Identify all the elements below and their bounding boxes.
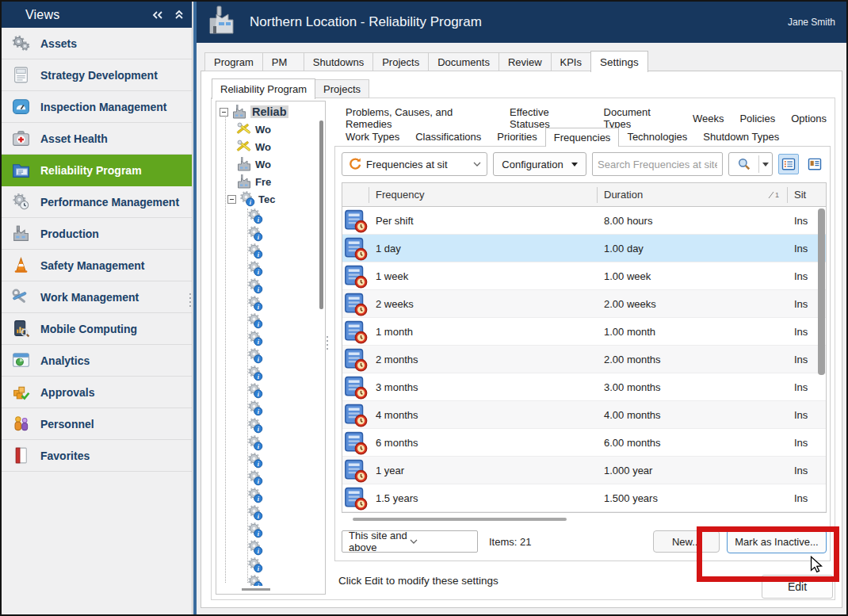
- column-header-frequency[interactable]: Frequency: [369, 187, 598, 203]
- settings-tab-work-types[interactable]: Work Types: [338, 128, 407, 145]
- sidebar-item-mobile-computing[interactable]: Mobile Computing: [2, 313, 192, 345]
- tree-node[interactable]: i: [246, 574, 319, 586]
- tree-node[interactable]: i: [246, 452, 319, 469]
- search-input[interactable]: [592, 152, 723, 176]
- column-header-duration[interactable]: Duration 1: [598, 187, 788, 203]
- tree-node[interactable]: i: [246, 277, 319, 295]
- sidebar-item-approvals[interactable]: Approvals: [2, 377, 192, 408]
- sidebar-item-work-management[interactable]: Work Management: [2, 281, 192, 313]
- settings-tab-options[interactable]: Options: [783, 109, 835, 127]
- collapse-all-icon[interactable]: [174, 10, 184, 20]
- tab-program[interactable]: Program: [204, 52, 262, 71]
- settings-tab-effective-statuses[interactable]: Effective Statuses: [502, 109, 595, 127]
- mark-as-inactive-button[interactable]: Mark as Inactive...: [727, 530, 827, 553]
- configuration-button[interactable]: Configuration: [493, 152, 586, 176]
- search-options-dropdown[interactable]: [759, 159, 772, 170]
- tree-horizontal-scrollbar[interactable]: [242, 588, 270, 591]
- collapse-expander-icon[interactable]: [227, 195, 236, 204]
- tree-node[interactable]: i: [246, 347, 319, 365]
- tree-node[interactable]: i: [246, 330, 319, 347]
- new-button[interactable]: New...: [653, 530, 720, 553]
- sidebar-drag-handle[interactable]: [188, 293, 192, 307]
- tree-node[interactable]: i: [246, 434, 319, 452]
- table-row[interactable]: 1 month1.00 monthIns: [342, 318, 826, 346]
- sidebar-item-inspection-management[interactable]: Inspection Management: [2, 91, 192, 123]
- tab-review[interactable]: Review: [498, 52, 551, 71]
- tab-kpis[interactable]: KPIs: [551, 52, 590, 71]
- tree-node[interactable]: Fre: [235, 173, 319, 190]
- tree-node[interactable]: i: [246, 225, 319, 243]
- table-row[interactable]: 1.5 years1.500 yearsIns: [342, 484, 826, 512]
- tree-node[interactable]: i: [246, 557, 319, 574]
- table-row-partial[interactable]: [342, 512, 826, 513]
- tab-shutdowns[interactable]: Shutdowns: [304, 52, 372, 71]
- sidebar-item-safety-management[interactable]: Safety Management: [2, 250, 192, 281]
- sidebar-item-reliability-program[interactable]: Reliability Program: [2, 155, 192, 186]
- tree-drag-handle[interactable]: [325, 336, 329, 350]
- tree-node[interactable]: i: [246, 522, 319, 539]
- collapse-expander-icon[interactable]: [220, 108, 228, 117]
- tab-documents[interactable]: Documents: [428, 52, 498, 71]
- tree-node[interactable]: Wo: [235, 155, 319, 173]
- table-row[interactable]: 4 months4.00 monthsIns: [342, 401, 826, 429]
- tree-vertical-scrollbar[interactable]: [319, 121, 323, 309]
- tab-settings[interactable]: Settings: [590, 51, 648, 72]
- tree-node[interactable]: i: [246, 365, 319, 382]
- subtab-reliability-program[interactable]: Reliability Program: [212, 78, 315, 99]
- sidebar-item-analytics[interactable]: Analytics: [2, 345, 192, 377]
- tree-node[interactable]: i: [246, 208, 319, 225]
- tree-node[interactable]: Wo: [235, 138, 319, 155]
- settings-tab-classifications[interactable]: Classifications: [407, 128, 489, 145]
- table-horizontal-scrollbar[interactable]: [342, 515, 827, 524]
- settings-tab-weeks[interactable]: Weeks: [685, 109, 732, 127]
- sidebar-item-performance-management[interactable]: Performance Management: [2, 186, 192, 218]
- table-row[interactable]: 6 months6.00 monthsIns: [342, 429, 826, 457]
- sidebar-item-favorites[interactable]: Favorites: [2, 440, 192, 472]
- table-row[interactable]: 1 week1.00 weekIns: [342, 262, 826, 290]
- table-row[interactable]: 1 day1.00 dayIns: [342, 235, 826, 262]
- tree-node[interactable]: iTec: [227, 190, 319, 208]
- sidebar-item-personnel[interactable]: Personnel: [2, 408, 192, 440]
- tree-node[interactable]: i: [246, 382, 319, 400]
- sidebar-item-assets[interactable]: Assets: [2, 28, 192, 59]
- scope-combo[interactable]: Frequencies at sit: [342, 152, 487, 176]
- settings-tab-frequencies[interactable]: Frequencies: [545, 128, 620, 147]
- tree-node[interactable]: i: [246, 400, 319, 417]
- tree-node[interactable]: i: [246, 504, 319, 522]
- settings-tab-policies[interactable]: Policies: [731, 109, 783, 127]
- sidebar-item-strategy-development[interactable]: Strategy Development: [2, 59, 192, 91]
- subtab-projects[interactable]: Projects: [315, 79, 369, 98]
- settings-tab-document-types[interactable]: Document Types: [596, 109, 685, 127]
- settings-tab-priorities[interactable]: Priorities: [489, 128, 545, 145]
- list-view-button[interactable]: [778, 154, 799, 174]
- tree-node[interactable]: Wo: [235, 121, 319, 138]
- tree-node[interactable]: i: [246, 417, 319, 434]
- settings-tab-technologies[interactable]: Technologies: [619, 128, 695, 145]
- tree-node[interactable]: i: [246, 295, 319, 312]
- tree-root-node[interactable]: Reliab: [220, 103, 319, 121]
- tree-node[interactable]: i: [246, 260, 319, 277]
- tree-node[interactable]: i: [246, 312, 319, 330]
- card-view-button[interactable]: [804, 154, 825, 174]
- table-row[interactable]: 2 weeks2.00 weeksIns: [342, 290, 826, 318]
- tab-pm[interactable]: PM: [262, 52, 304, 71]
- table-row[interactable]: Per shift8.00 hoursIns: [342, 207, 826, 235]
- table-row[interactable]: 1 year1.000 yearIns: [342, 457, 826, 484]
- tree-node[interactable]: i: [246, 469, 319, 487]
- table-row[interactable]: 3 months3.00 monthsIns: [342, 373, 826, 401]
- sidebar-item-production[interactable]: Production: [2, 218, 192, 250]
- site-scope-select[interactable]: This site and above: [342, 530, 478, 553]
- column-header-site[interactable]: Sit: [788, 187, 826, 203]
- settings-tab-shutdown-types[interactable]: Shutdown Types: [695, 128, 787, 145]
- sidebar-item-asset-health[interactable]: Asset Health: [2, 123, 192, 155]
- tree-node[interactable]: i: [246, 539, 319, 557]
- table-row[interactable]: 2 months2.00 monthsIns: [342, 346, 826, 373]
- edit-button[interactable]: Edit: [762, 575, 833, 599]
- table-vertical-scrollbar[interactable]: [818, 209, 825, 375]
- collapse-sidebar-icon[interactable]: [152, 10, 163, 20]
- tab-projects[interactable]: Projects: [372, 52, 428, 71]
- tree-node[interactable]: i: [246, 243, 319, 260]
- tree-node[interactable]: i: [246, 487, 319, 504]
- settings-tab-problems-causes-and-remedies[interactable]: Problems, Causes, and Remedies: [338, 109, 502, 127]
- search-button[interactable]: [728, 152, 773, 176]
